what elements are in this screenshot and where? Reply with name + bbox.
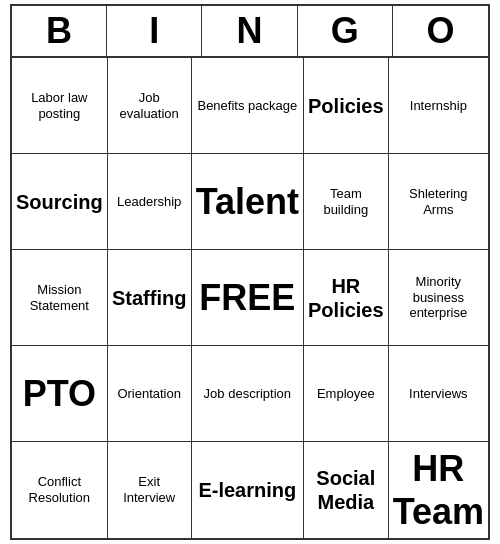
bingo-cell-9: Shletering Arms: [389, 154, 488, 250]
bingo-letter-b: B: [12, 6, 107, 56]
cell-text-5: Sourcing: [16, 190, 103, 214]
bingo-cell-14: Minority business enterprise: [389, 250, 488, 346]
bingo-cell-16: Orientation: [108, 346, 192, 442]
bingo-cell-8: Team building: [304, 154, 389, 250]
bingo-cell-19: Interviews: [389, 346, 488, 442]
bingo-cell-23: Social Media: [304, 442, 389, 538]
cell-text-9: Shletering Arms: [393, 186, 484, 217]
cell-text-1: Job evaluation: [112, 90, 187, 121]
bingo-letter-i: I: [107, 6, 202, 56]
cell-text-11: Staffing: [112, 286, 186, 310]
bingo-cell-5: Sourcing: [12, 154, 108, 250]
cell-text-2: Benefits package: [197, 98, 297, 114]
bingo-letter-n: N: [202, 6, 297, 56]
bingo-card: BINGO Labor law postingJob evaluationBen…: [10, 4, 490, 540]
bingo-cell-12: FREE: [192, 250, 304, 346]
cell-text-17: Job description: [204, 386, 291, 402]
cell-text-23: Social Media: [308, 466, 384, 514]
cell-text-14: Minority business enterprise: [393, 274, 484, 321]
bingo-grid: Labor law postingJob evaluationBenefits …: [12, 58, 488, 538]
bingo-cell-1: Job evaluation: [108, 58, 192, 154]
cell-text-13: HR Policies: [308, 274, 384, 322]
cell-text-6: Leadership: [117, 194, 181, 210]
bingo-cell-2: Benefits package: [192, 58, 304, 154]
bingo-cell-11: Staffing: [108, 250, 192, 346]
cell-text-19: Interviews: [409, 386, 468, 402]
bingo-cell-0: Labor law posting: [12, 58, 108, 154]
cell-text-3: Policies: [308, 94, 384, 118]
bingo-cell-18: Employee: [304, 346, 389, 442]
cell-text-20: Conflict Resolution: [16, 474, 103, 505]
cell-text-12: FREE: [199, 276, 295, 319]
cell-text-22: E-learning: [198, 478, 296, 502]
cell-text-24: HR Team: [393, 447, 484, 533]
bingo-cell-15: PTO: [12, 346, 108, 442]
bingo-letter-g: G: [298, 6, 393, 56]
cell-text-4: Internship: [410, 98, 467, 114]
cell-text-10: Mission Statement: [16, 282, 103, 313]
bingo-cell-10: Mission Statement: [12, 250, 108, 346]
cell-text-18: Employee: [317, 386, 375, 402]
cell-text-7: Talent: [196, 180, 299, 223]
bingo-cell-6: Leadership: [108, 154, 192, 250]
cell-text-15: PTO: [23, 372, 96, 415]
bingo-cell-4: Internship: [389, 58, 488, 154]
bingo-cell-21: Exit Interview: [108, 442, 192, 538]
bingo-letter-o: O: [393, 6, 488, 56]
cell-text-21: Exit Interview: [112, 474, 187, 505]
cell-text-8: Team building: [308, 186, 384, 217]
bingo-cell-20: Conflict Resolution: [12, 442, 108, 538]
cell-text-16: Orientation: [117, 386, 181, 402]
bingo-cell-13: HR Policies: [304, 250, 389, 346]
bingo-cell-7: Talent: [192, 154, 304, 250]
bingo-cell-24: HR Team: [389, 442, 488, 538]
bingo-cell-3: Policies: [304, 58, 389, 154]
bingo-cell-17: Job description: [192, 346, 304, 442]
bingo-header: BINGO: [12, 6, 488, 58]
cell-text-0: Labor law posting: [16, 90, 103, 121]
bingo-cell-22: E-learning: [192, 442, 304, 538]
